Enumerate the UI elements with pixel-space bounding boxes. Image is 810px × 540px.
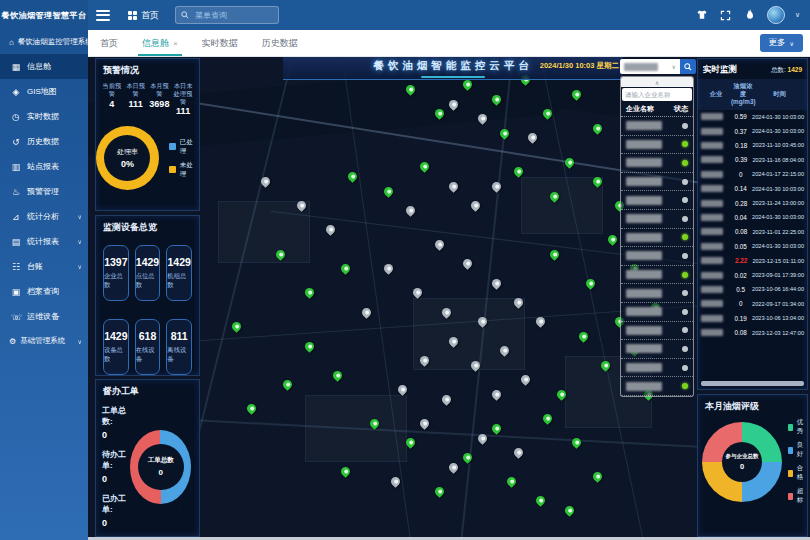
map-marker[interactable] [527,132,540,145]
company-list-item[interactable] [621,173,693,192]
table-row[interactable]: 0.04 2024-01-30 10:03:00 [698,210,807,224]
map-marker[interactable] [339,466,352,479]
map-marker[interactable] [303,340,316,353]
company-list-item[interactable] [621,322,693,341]
stat-card[interactable]: 1429 点位总数 [135,245,161,301]
sidebar-menu-item[interactable]: ▦ 信息舱 ∨ [0,54,88,79]
map-marker[interactable] [490,388,503,401]
company-list-item[interactable] [621,191,693,210]
map-marker[interactable] [469,199,482,212]
page-tab[interactable]: 信息舱 × [130,30,190,56]
table-row[interactable]: 0.02 2023-09-01 17:39:00 [698,268,807,282]
stat-card[interactable]: 1397 企业总数 [103,245,129,301]
table-row[interactable]: 0.19 2023-10-06 13:04:00 [698,311,807,325]
table-row[interactable]: 0.14 2024-01-30 10:03:00 [698,181,807,195]
company-list-item[interactable] [621,210,693,229]
map-marker[interactable] [490,277,503,290]
stat-card[interactable]: 618 在线设备 [135,319,161,375]
sidebar-menu-item[interactable]: ◷ 实时数据 ∨ [0,104,88,129]
sidebar-menu-item[interactable]: ☏ 运维设备 ∨ [0,304,88,329]
menu-search-input[interactable] [193,10,267,21]
page-tab[interactable]: 实时数据 [190,30,250,56]
company-list-item[interactable] [621,340,693,359]
sidebar-menu-item[interactable]: ▥ 站点报表 ∨ [0,154,88,179]
map-marker[interactable] [418,161,431,174]
table-row[interactable]: 0.39 2023-11-16 08:04:00 [698,153,807,167]
map-marker[interactable] [563,504,576,517]
table-row[interactable]: 0.5 2023-10-06 16:44:00 [698,282,807,296]
sidebar-menu-item[interactable]: ↺ 历史数据 ∨ [0,129,88,154]
map-marker[interactable] [541,412,554,425]
sidebar-menu-item[interactable]: ◈ GIS地图 ∨ [0,79,88,104]
company-search-box[interactable] [622,88,692,101]
map-marker[interactable] [433,238,446,251]
map-search-button[interactable] [680,59,696,74]
map-marker[interactable] [548,248,561,261]
table-row[interactable]: 0 2022-09-17 01:34:00 [698,297,807,311]
horizontal-scrollbar[interactable] [701,381,804,386]
map-marker[interactable] [447,461,460,474]
sidebar-group-monitor-system[interactable]: ⌂ 餐饮油烟监控管理系统 ∧ [0,30,88,54]
table-row[interactable]: 0.05 2024-01-30 10:03:00 [698,239,807,253]
sidebar-menu-item[interactable]: ▤ 统计报表 ∨ [0,229,88,254]
map-marker[interactable] [382,262,395,275]
map-marker[interactable] [512,446,525,459]
map-marker[interactable] [490,180,503,193]
map-marker[interactable] [303,286,316,299]
map-marker[interactable] [519,374,532,387]
table-row[interactable]: 0.59 2024-01-30 10:03:00 [698,110,807,124]
map-marker[interactable] [231,320,244,333]
sidebar-menu-item[interactable]: ⊿ 统计分析 ∨ [0,204,88,229]
map-marker[interactable] [404,204,417,217]
page-tab[interactable]: 历史数据 [250,30,310,56]
company-list-item[interactable] [621,377,693,396]
company-list-item[interactable] [621,303,693,322]
menu-search-box[interactable] [175,6,279,24]
page-tab[interactable]: 首页 [88,30,130,56]
map-marker[interactable] [490,422,503,435]
hamburger-menu-icon[interactable] [96,10,110,21]
sidebar-group-base-system[interactable]: ⚙ 基础管理系统 ∨ [0,329,88,353]
map-marker[interactable] [462,451,475,464]
map-marker[interactable] [505,475,518,488]
company-list-item[interactable] [621,117,693,136]
map-marker[interactable] [339,262,352,275]
breadcrumb[interactable]: 首页 [128,9,159,22]
stat-card[interactable]: 811 离线设备 [166,319,192,375]
company-list-item[interactable] [621,247,693,266]
table-row[interactable]: 0.37 2024-01-30 10:03:00 [698,124,807,138]
map-marker[interactable] [592,470,605,483]
stat-card[interactable]: 1429 设备总数 [103,319,129,375]
map-marker[interactable] [245,403,258,416]
map-marker[interactable] [281,378,294,391]
map-marker[interactable] [346,170,359,183]
company-list-item[interactable] [621,284,693,303]
fullscreen-icon[interactable] [719,8,733,22]
table-row[interactable]: 0.28 2023-11-24 13:00:00 [698,196,807,210]
map-marker[interactable] [534,495,547,508]
collapse-button[interactable]: ∧ [621,77,693,87]
table-row[interactable]: 0 2024-01-17 22:15:00 [698,167,807,181]
map-marker[interactable] [418,417,431,430]
table-row[interactable]: 0.08 2023-12-03 12:47:00 [698,325,807,339]
map-marker[interactable] [440,393,453,406]
stat-card[interactable]: 1429 机组总数 [166,245,192,301]
map-marker[interactable] [382,185,395,198]
table-row[interactable]: 0.18 2023-11-10 03:45:00 [698,138,807,152]
map-marker[interactable] [577,330,590,343]
chevron-down-icon[interactable]: ∨ [795,11,800,19]
sidebar-menu-item[interactable]: ▣ 档案查询 ∨ [0,279,88,304]
company-name-input[interactable] [622,91,692,98]
map-marker[interactable] [462,257,475,270]
sidebar-menu-item[interactable]: ☷ 台账 ∨ [0,254,88,279]
map-marker[interactable] [592,122,605,135]
flame-icon[interactable] [743,8,757,22]
avatar[interactable] [767,6,785,24]
theme-icon[interactable] [695,8,709,22]
more-button[interactable]: 更多∨ [760,34,803,52]
company-select-dropdown[interactable]: ∨ [620,59,680,74]
company-list-item[interactable] [621,136,693,155]
company-list-item[interactable] [621,154,693,173]
sidebar-menu-item[interactable]: ♨ 预警管理 ∨ [0,179,88,204]
map-marker[interactable] [332,369,345,382]
